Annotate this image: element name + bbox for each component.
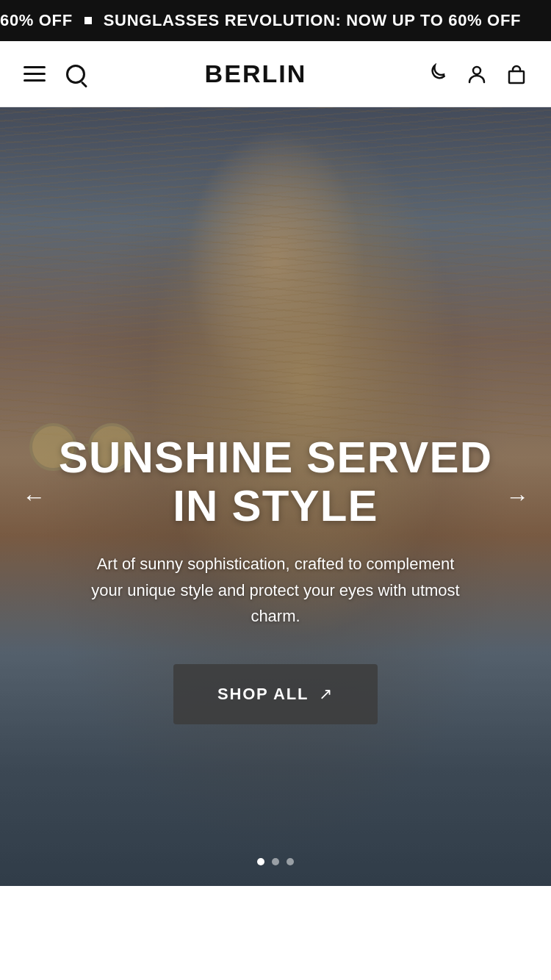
carousel-dots <box>0 858 551 865</box>
brand-logo[interactable]: BERLIN <box>205 60 307 88</box>
shop-all-button[interactable]: SHOP ALL ↗ <box>173 664 378 724</box>
hero-subtitle: Art of sunny sophistication, crafted to … <box>84 551 467 629</box>
darkmode-icon[interactable] <box>426 63 448 85</box>
header-left <box>24 65 85 84</box>
carousel-next-button[interactable]: → <box>495 475 539 519</box>
search-icon[interactable] <box>66 65 85 84</box>
header-right <box>426 63 527 85</box>
announcement-label-2: SUNGLASSES REVOLUTION: NOW UP TO 60% OFF <box>104 11 521 30</box>
shop-all-label: SHOP ALL <box>217 685 309 704</box>
hero-title: SUNSHINE SERVED IN STYLE <box>29 433 522 530</box>
announcement-text: 60% OFF SUNGLASSES REVOLUTION: NOW UP TO… <box>0 11 551 30</box>
carousel-dot-1[interactable] <box>257 858 264 865</box>
carousel-dot-2[interactable] <box>272 858 279 865</box>
menu-icon[interactable] <box>24 66 46 82</box>
carousel-prev-button[interactable]: ← <box>12 475 56 519</box>
shop-all-arrow: ↗ <box>319 685 334 704</box>
announcement-bar: 60% OFF SUNGLASSES REVOLUTION: NOW UP TO… <box>0 0 551 41</box>
header: BERLIN <box>0 41 551 107</box>
bag-icon[interactable] <box>505 63 527 85</box>
carousel-dot-3[interactable] <box>287 858 294 865</box>
hero-content: SUNSHINE SERVED IN STYLE Art of sunny so… <box>0 433 551 724</box>
announcement-label-1: 60% OFF <box>0 11 73 30</box>
announcement-dot-1 <box>84 17 92 24</box>
svg-point-0 <box>473 67 480 74</box>
hero-section: ← → SUNSHINE SERVED IN STYLE Art of sunn… <box>0 107 551 886</box>
svg-rect-1 <box>509 71 524 83</box>
user-icon[interactable] <box>466 63 488 85</box>
